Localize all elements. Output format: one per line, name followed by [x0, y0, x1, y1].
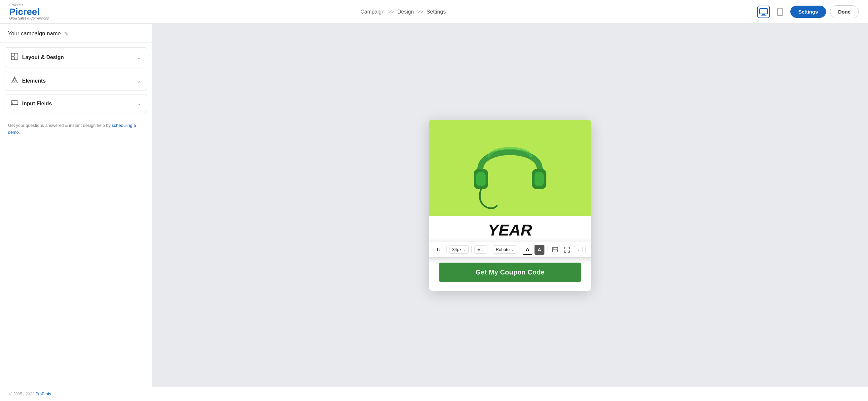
- footer-brand-link[interactable]: ProProfs: [36, 392, 51, 396]
- popup-image: [429, 120, 591, 216]
- layout-design-chevron: ⌄: [136, 54, 141, 61]
- sidebar: Your campaign name ✎: [0, 24, 152, 387]
- font-size-selector[interactable]: 34px ⌄: [449, 245, 469, 254]
- nav-arrow-2: >>: [417, 9, 424, 15]
- background-color-button[interactable]: A: [534, 245, 545, 255]
- resize-icon-button[interactable]: [562, 245, 572, 255]
- align-selector[interactable]: ≡ ⌄: [474, 245, 487, 254]
- toolbar-separator-1: [446, 246, 446, 253]
- toolbar-separator-2: [471, 246, 472, 253]
- canvas-area: YEAR END SALE! B I U 34px ⌄: [152, 24, 868, 387]
- font-family-chevron: ⌄: [511, 247, 514, 252]
- logo-tagline: Grow Sales & Conversions: [9, 16, 49, 20]
- svg-rect-1: [762, 14, 765, 15]
- settings-button[interactable]: Settings: [790, 6, 826, 18]
- toolbar-separator-6: [585, 246, 586, 253]
- nav-arrow-1: >>: [388, 9, 394, 15]
- nav-design[interactable]: Design: [397, 9, 414, 15]
- elements-chevron: ⌄: [136, 78, 141, 84]
- svg-rect-0: [760, 9, 768, 14]
- cta-button[interactable]: Get My Coupon Code: [439, 263, 581, 282]
- font-size-chevron: ⌄: [463, 247, 466, 252]
- footer-copyright: © 2005 - 2023: [9, 392, 36, 396]
- underline-button[interactable]: U: [434, 245, 443, 255]
- align-chevron: ⌄: [481, 247, 484, 252]
- align-icon: ≡: [477, 247, 480, 252]
- elements-header[interactable]: Elements ⌄: [5, 71, 147, 91]
- layout-design-icon: [11, 53, 18, 62]
- rotate-icon-button[interactable]: [588, 245, 591, 255]
- nav-settings-link[interactable]: Settings: [427, 9, 446, 15]
- text-toolbar: B I U 34px ⌄ ≡ ⌄: [429, 242, 591, 258]
- popup-card[interactable]: YEAR END SALE! B I U 34px ⌄: [429, 120, 591, 291]
- svg-rect-8: [15, 53, 18, 60]
- popup-year-text[interactable]: YEAR: [439, 222, 581, 239]
- svg-rect-5: [11, 53, 18, 60]
- image-icon-button[interactable]: [550, 245, 560, 255]
- campaign-name-row: Your campaign name ✎: [0, 24, 152, 43]
- layout-design-label: Layout & Design: [22, 55, 64, 61]
- desktop-device-icon[interactable]: [757, 6, 770, 18]
- input-fields-label: Input Fields: [22, 101, 52, 107]
- sidebar-sections: Layout & Design ⌄ Elements: [0, 43, 152, 113]
- tablet-device-icon[interactable]: [774, 6, 786, 18]
- elements-label: Elements: [22, 78, 45, 84]
- edit-campaign-name-icon[interactable]: ✎: [64, 31, 68, 37]
- layout-design-header[interactable]: Layout & Design ⌄: [5, 47, 147, 67]
- svg-point-10: [13, 78, 16, 81]
- italic-button[interactable]: I: [429, 245, 432, 255]
- elements-section: Elements ⌄: [5, 71, 147, 91]
- headphones-svg: [467, 123, 553, 212]
- svg-rect-17: [552, 247, 558, 252]
- font-family-selector[interactable]: Roboto ⌄: [493, 245, 517, 254]
- font-family-value: Roboto: [496, 247, 510, 252]
- font-size-value: 34px: [452, 247, 461, 252]
- logo-picreel: Picreel: [9, 7, 40, 16]
- svg-rect-6: [11, 53, 14, 56]
- svg-rect-14: [476, 172, 486, 186]
- help-text: Get your questions answered & instant de…: [8, 123, 112, 128]
- page-footer: © 2005 - 2023 ProProfs: [0, 387, 868, 401]
- input-fields-icon: [11, 100, 18, 107]
- more-options-chevron: ⌄: [577, 247, 580, 252]
- input-fields-chevron: ⌄: [136, 100, 141, 107]
- svg-point-4: [780, 14, 780, 15]
- svg-rect-7: [11, 57, 14, 60]
- text-color-button[interactable]: A: [523, 245, 532, 255]
- logo-area: ProProfs Picreel Grow Sales & Conversion…: [9, 3, 49, 20]
- svg-marker-9: [11, 77, 18, 83]
- header-right: Settings Done: [757, 5, 859, 18]
- layout-design-section: Layout & Design ⌄: [5, 47, 147, 67]
- header-nav: Campaign >> Design >> Settings: [360, 9, 445, 15]
- input-fields-section: Input Fields ⌄: [5, 94, 147, 113]
- svg-rect-16: [534, 172, 544, 186]
- header: ProProfs Picreel Grow Sales & Conversion…: [0, 0, 868, 24]
- nav-campaign[interactable]: Campaign: [360, 9, 384, 15]
- more-options-selector[interactable]: ⌄: [574, 246, 583, 253]
- toolbar-separator-4: [520, 246, 520, 253]
- toolbar-separator-5: [547, 246, 547, 253]
- input-fields-header[interactable]: Input Fields ⌄: [5, 95, 147, 113]
- main-content: Your campaign name ✎: [0, 24, 868, 387]
- popup-wrapper: YEAR END SALE! B I U 34px ⌄: [429, 120, 591, 291]
- elements-icon: [11, 76, 18, 85]
- toolbar-separator-3: [490, 246, 490, 253]
- campaign-name-text: Your campaign name: [8, 30, 61, 37]
- sidebar-help: Get your questions answered & instant de…: [0, 113, 152, 145]
- done-button[interactable]: Done: [830, 5, 859, 18]
